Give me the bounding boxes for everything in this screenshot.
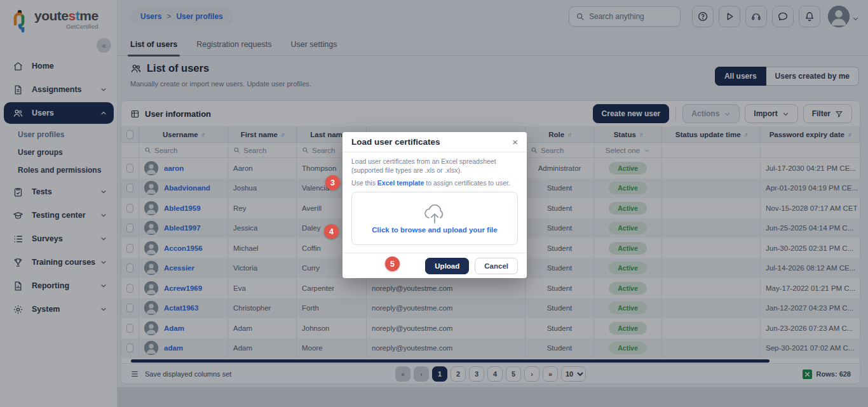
load-user-certificates-modal: Load user certificates × Load user certi…	[342, 132, 527, 278]
annotation-badge-5: 5	[385, 257, 400, 271]
excel-template-link[interactable]: Excel template	[377, 179, 424, 187]
modal-title: Load user certificates	[351, 137, 440, 147]
dropzone-label: Click to browse and upload your file	[372, 226, 497, 234]
cancel-button[interactable]: Cancel	[475, 258, 518, 274]
close-icon[interactable]: ×	[512, 137, 518, 147]
annotation-badge-3: 3	[325, 175, 340, 190]
app-root: youtestme GetCertified « HomeAssignments…	[0, 0, 868, 407]
modal-description: Load user certificates from an Excel spr…	[351, 157, 518, 175]
upload-button[interactable]: Upload	[425, 258, 469, 274]
modal-template-line: Use this Excel template to assign certif…	[351, 179, 518, 187]
file-dropzone[interactable]: Click to browse and upload your file	[351, 192, 518, 245]
cloud-upload-icon	[422, 203, 447, 225]
annotation-badge-4: 4	[324, 224, 339, 239]
